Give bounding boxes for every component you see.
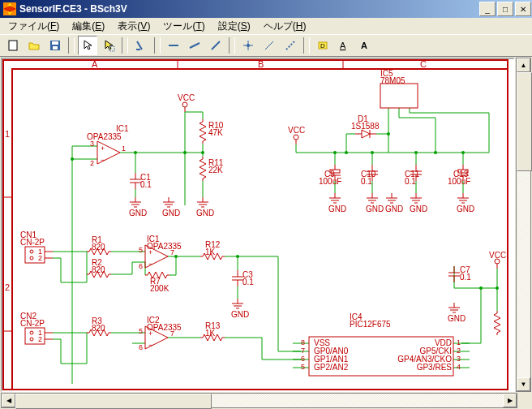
- svg-rect-3: [52, 41, 58, 45]
- tb-drag[interactable]: [99, 36, 118, 55]
- col-label-b: B: [258, 59, 264, 69]
- scroll-right-button[interactable]: ▶: [503, 394, 517, 407]
- minimize-button[interactable]: _: [479, 2, 496, 16]
- svg-rect-1: [9, 41, 17, 50]
- svg-line-10: [212, 41, 220, 50]
- horizontal-scrollbar[interactable]: ◀ ▶: [1, 393, 517, 408]
- scroll-left-button[interactable]: ◀: [2, 394, 15, 407]
- maximize-button[interactable]: □: [497, 2, 513, 16]
- svg-line-14: [265, 41, 273, 50]
- menu-edit[interactable]: 編集(E): [67, 18, 109, 35]
- menu-tool[interactable]: ツール(T): [158, 18, 209, 35]
- svg-text:A: A: [340, 41, 346, 50]
- title-bar: SensorIF.CE3 - BSch3V _ □ ✕: [0, 0, 532, 18]
- menu-bar: ファイル(F) 編集(E) 表示(V) ツール(T) 設定(S) ヘルプ(H): [0, 18, 532, 35]
- tb-component[interactable]: D: [313, 36, 332, 55]
- tb-select[interactable]: [78, 36, 97, 55]
- tb-new[interactable]: [3, 36, 23, 55]
- window-title: SensorIF.CE3 - BSch3V: [19, 3, 478, 15]
- toolbar: D A A: [0, 35, 532, 57]
- menu-settings[interactable]: 設定(S): [213, 18, 255, 35]
- tb-cut[interactable]: [131, 36, 151, 55]
- vertical-scrollbar[interactable]: ▲ ▼: [516, 58, 531, 392]
- scroll-down-button[interactable]: ▼: [517, 377, 530, 391]
- menu-file[interactable]: ファイル(F): [3, 18, 64, 35]
- tb-netlabel[interactable]: A: [334, 36, 354, 55]
- tb-line2[interactable]: [185, 36, 204, 55]
- tb-bus[interactable]: [260, 36, 279, 55]
- row-label-1: 1: [5, 129, 10, 139]
- svg-point-13: [247, 44, 250, 47]
- tb-diag[interactable]: [206, 36, 225, 55]
- app-icon: [3, 2, 16, 15]
- tb-open[interactable]: [24, 36, 44, 55]
- svg-line-9: [190, 43, 200, 48]
- svg-rect-4: [53, 46, 58, 50]
- svg-text:A: A: [361, 41, 367, 50]
- schematic-canvas[interactable]: A B C 1 2: [1, 58, 515, 392]
- svg-text:D: D: [320, 42, 325, 50]
- menu-help[interactable]: ヘルプ(H): [259, 18, 311, 35]
- tb-save[interactable]: [45, 36, 65, 55]
- col-label-a: A: [92, 59, 97, 69]
- svg-line-15: [286, 41, 294, 50]
- tb-junction[interactable]: [238, 36, 258, 55]
- tb-wire[interactable]: [281, 36, 300, 55]
- row-label-2: 2: [5, 282, 10, 292]
- tb-hline[interactable]: [164, 36, 183, 55]
- menu-view[interactable]: 表示(V): [113, 18, 155, 35]
- scroll-up-button[interactable]: ▲: [517, 58, 530, 72]
- svg-line-6: [137, 41, 142, 50]
- tb-text[interactable]: A: [355, 36, 375, 55]
- close-button[interactable]: ✕: [515, 2, 531, 16]
- col-label-c: C: [420, 59, 427, 69]
